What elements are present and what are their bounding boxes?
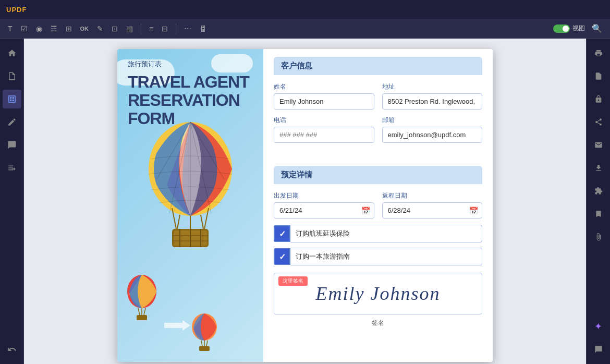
- signature-text: Emily Johnson: [316, 283, 441, 305]
- dates-row: 出发日期 📅 返程日期 📅: [274, 191, 482, 219]
- image-tool-icon[interactable]: ⊡: [109, 23, 120, 34]
- arrow-tool-icon[interactable]: ⋯: [181, 23, 194, 34]
- email-input[interactable]: [382, 127, 483, 143]
- right-plugin-icon[interactable]: [589, 181, 608, 200]
- app-logo: UPDF: [6, 6, 27, 14]
- checkbox-insurance-box[interactable]: ✓: [274, 225, 290, 242]
- content-area: 旅行预订表 TRAVEL AGENTRESERVATIONFORM: [24, 39, 586, 364]
- svg-rect-27: [199, 346, 210, 351]
- return-calendar-icon[interactable]: 📅: [469, 207, 478, 215]
- departure-date-group: 出发日期 📅: [274, 191, 374, 219]
- main-balloon-svg: [141, 117, 240, 252]
- right-attach-icon[interactable]: [589, 227, 608, 246]
- align-tool-icon[interactable]: ≡: [147, 23, 156, 34]
- view-toggle-label: 视图: [572, 24, 585, 33]
- checkbox-guide-label: 订购一本旅游指南: [290, 248, 482, 265]
- toggle-thumb: [563, 26, 569, 32]
- right-share-icon[interactable]: [589, 113, 608, 131]
- right-download-icon[interactable]: [589, 159, 608, 177]
- return-date-input[interactable]: [382, 202, 483, 219]
- title-bar: UPDF: [0, 0, 610, 19]
- sidebar-home-icon[interactable]: [3, 44, 21, 63]
- signature-area[interactable]: 这里签名 Emily Johnson: [274, 273, 482, 314]
- checkmark-insurance-icon: ✓: [279, 229, 286, 239]
- return-label: 返程日期: [382, 191, 483, 200]
- departure-calendar-icon[interactable]: 📅: [361, 207, 370, 215]
- doc-left-panel: 旅行预订表 TRAVEL AGENTRESERVATIONFORM: [117, 49, 263, 362]
- checkmark-guide-icon: ✓: [279, 252, 286, 262]
- text-tool-icon[interactable]: T: [5, 23, 15, 34]
- arrow-decoration-svg: [164, 318, 190, 333]
- customer-info-section: 客户信息 姓名 地址: [274, 57, 482, 155]
- departure-date-input[interactable]: [274, 202, 374, 219]
- right-sidebar: ✦: [586, 39, 610, 364]
- booking-section: 预定详情 出发日期 📅 返程日期: [274, 166, 482, 334]
- ok-tool-icon[interactable]: OK: [78, 24, 92, 33]
- name-input[interactable]: [274, 93, 374, 110]
- doc-right-panel: 客户信息 姓名 地址: [263, 49, 493, 362]
- checkbox-insurance-label: 订购航班延误保险: [290, 225, 482, 242]
- sidebar-note-icon[interactable]: [3, 159, 21, 177]
- departure-label: 出发日期: [274, 191, 374, 200]
- sidebar-edit-icon[interactable]: [3, 113, 21, 131]
- doc-subtitle-cn: 旅行预订表: [128, 59, 255, 69]
- edit-tool-icon[interactable]: ✎: [94, 23, 106, 34]
- svg-line-19: [138, 308, 140, 315]
- checkbox-tool-icon[interactable]: ☑: [18, 23, 30, 34]
- sidebar-undo-icon[interactable]: [3, 340, 21, 359]
- left-sidebar: [0, 39, 24, 364]
- name-field-group: 姓名: [274, 82, 374, 110]
- svg-marker-28: [164, 320, 190, 331]
- phone-input[interactable]: [274, 127, 374, 143]
- checkbox-guide-item: ✓ 订购一本旅游指南: [274, 248, 482, 265]
- email-label: 邮箱: [382, 116, 483, 125]
- address-input[interactable]: [382, 93, 483, 110]
- signature-tag: 这里签名: [278, 276, 308, 286]
- phone-label: 电话: [274, 116, 374, 125]
- customer-section-header: 客户信息: [274, 57, 482, 75]
- name-label: 姓名: [274, 82, 374, 91]
- right-chat-icon[interactable]: [589, 340, 608, 359]
- phone-email-row: 电话 邮箱: [274, 116, 482, 143]
- view-toggle[interactable]: 视图: [553, 24, 585, 33]
- address-label: 地址: [382, 82, 483, 91]
- radio-tool-icon[interactable]: ◉: [33, 23, 45, 34]
- toolbar-divider-2: [176, 23, 176, 34]
- toolbar-right: 视图 🔍: [553, 22, 605, 35]
- grid-tool-icon[interactable]: ⊞: [63, 23, 75, 34]
- list-tool-icon[interactable]: ☰: [48, 23, 60, 34]
- sidebar-comment-icon[interactable]: [3, 136, 21, 154]
- right-mail-icon[interactable]: [589, 136, 608, 154]
- date-tool-icon[interactable]: ▦: [124, 23, 136, 34]
- toolbar-divider-1: [141, 23, 141, 34]
- return-date-group: 返程日期 📅: [382, 191, 483, 219]
- sidebar-spreadsheet-icon[interactable]: [3, 90, 21, 108]
- phone-field-group: 电话: [274, 116, 374, 143]
- svg-line-21: [144, 308, 145, 315]
- right-lock-icon[interactable]: [589, 90, 608, 108]
- checkbox-guide-box[interactable]: ✓: [274, 248, 290, 265]
- toolbar: T ☑ ◉ ☰ ⊞ OK ✎ ⊡ ▦ ≡ ⊟ ⋯ 🎛 视图 🔍: [0, 19, 610, 39]
- settings-tool-icon[interactable]: 🎛: [197, 23, 210, 34]
- small-balloon-2-svg: [190, 312, 219, 351]
- right-pages-icon[interactable]: [589, 67, 608, 86]
- toggle-track: [553, 25, 570, 33]
- signature-section: 这里签名 Emily Johnson 签名: [274, 273, 482, 327]
- search-icon[interactable]: 🔍: [589, 22, 605, 35]
- right-ai-icon[interactable]: ✦: [589, 317, 608, 336]
- address-field-group: 地址: [382, 82, 483, 110]
- svg-line-26: [206, 341, 208, 346]
- right-bookmark-icon[interactable]: [589, 204, 608, 223]
- right-print-icon[interactable]: [589, 44, 608, 63]
- svg-line-8: [201, 215, 203, 229]
- layout-tool-icon[interactable]: ⊟: [159, 23, 170, 34]
- balloon-container: [117, 112, 263, 362]
- svg-rect-22: [137, 315, 147, 320]
- doc-title-area: 旅行预订表 TRAVEL AGENTRESERVATIONFORM: [117, 49, 263, 134]
- svg-line-6: [177, 215, 180, 229]
- main-layout: 旅行预订表 TRAVEL AGENTRESERVATIONFORM: [0, 39, 610, 364]
- sidebar-pages-icon[interactable]: [3, 67, 21, 86]
- document: 旅行预订表 TRAVEL AGENTRESERVATIONFORM: [117, 49, 493, 362]
- return-date-wrapper: 📅: [382, 202, 483, 219]
- doc-title-en: TRAVEL AGENTRESERVATIONFORM: [128, 73, 255, 128]
